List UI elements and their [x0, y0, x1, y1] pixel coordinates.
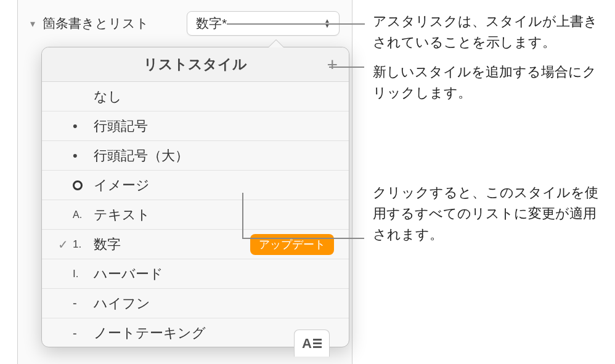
style-list: なし • 行頭記号 • 行頭記号（大） イメージ A. テキスト: [42, 82, 349, 347]
list-item-label: イメージ: [94, 176, 338, 195]
bullet-icon: -: [73, 296, 94, 310]
bullet-icon: •: [73, 118, 94, 134]
callout-line: [227, 23, 365, 25]
dropdown-value: 数字*: [196, 15, 227, 32]
list-item-label: 行頭記号: [94, 117, 338, 135]
list-item-label: 行頭記号（大）: [94, 147, 338, 165]
list-item-label: なし: [94, 87, 338, 106]
list-item-label: ハイフン: [94, 294, 338, 313]
callout-line: [242, 238, 364, 239]
bullet-icon: •: [73, 148, 94, 164]
text-format-icon[interactable]: A: [294, 330, 330, 357]
popover-header: リストスタイル +: [42, 47, 349, 82]
list-item-hyphen[interactable]: - ハイフン: [42, 289, 349, 318]
list-item-image[interactable]: イメージ: [42, 171, 349, 200]
callout-line: [329, 67, 364, 68]
list-item-label: 数字: [94, 235, 250, 254]
list-item-bullet[interactable]: • 行頭記号: [42, 111, 349, 141]
list-item-none[interactable]: なし: [42, 82, 349, 111]
bullet-icon: 1.: [73, 238, 94, 251]
list-item-label: テキスト: [94, 206, 338, 224]
update-button[interactable]: アップデート: [250, 234, 334, 255]
list-style-popover: リストスタイル + なし • 行頭記号 • 行頭記号（大）: [41, 47, 349, 347]
section-title: 箇条書きとリスト: [43, 15, 149, 32]
check-icon: ✓: [53, 237, 73, 252]
chevron-down-icon[interactable]: ▾: [30, 18, 35, 30]
list-item-bullet-large[interactable]: • 行頭記号（大）: [42, 141, 349, 171]
list-item-number[interactable]: ✓ 1. 数字 アップデート: [42, 230, 349, 259]
bullet-icon: -: [73, 326, 94, 341]
callout-line: [242, 193, 243, 238]
callout-update: クリックすると、このスタイルを使用するすべてのリストに変更が適用されます。: [373, 182, 607, 245]
callout-asterisk: アスタリスクは、スタイルが上書きされていることを示します。: [373, 11, 607, 53]
callout-add: 新しいスタイルを追加する場合にクリックします。: [373, 62, 607, 103]
list-item-harvard[interactable]: I. ハーバード: [42, 259, 349, 289]
format-panel: ▾ 箇条書きとリスト 数字* ▲▼ リストスタイル + なし • 行頭記号: [17, 0, 352, 364]
list-item-text[interactable]: A. テキスト: [42, 200, 349, 230]
circle-bullet-icon: [73, 180, 94, 190]
section-header-row: ▾ 箇条書きとリスト 数字* ▲▼: [18, 0, 352, 42]
list-item-label: ハーバード: [94, 265, 338, 283]
bullet-icon: A.: [73, 209, 94, 220]
popover-title: リストスタイル: [144, 55, 247, 74]
add-style-button[interactable]: +: [327, 55, 338, 74]
bullet-icon: I.: [73, 268, 94, 280]
